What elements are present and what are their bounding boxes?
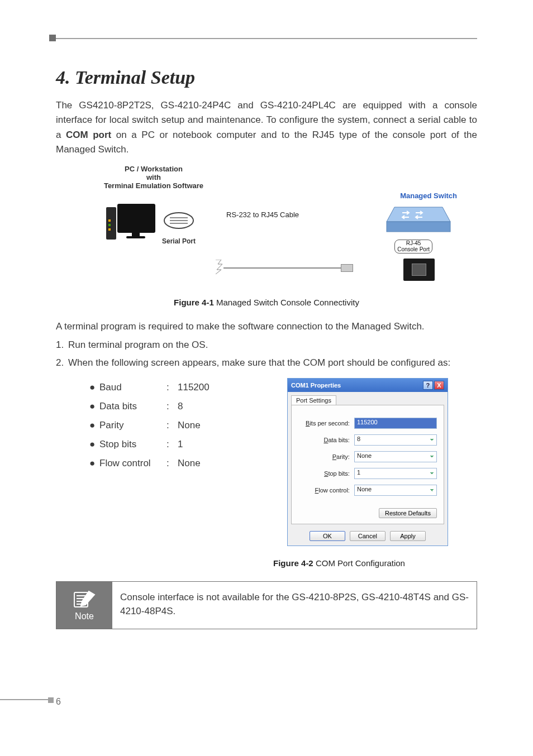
cancel-button[interactable]: Cancel (350, 531, 386, 541)
ok-button[interactable]: OK (310, 531, 345, 541)
rj45-port-icon (403, 259, 435, 281)
stop-bits-label: Stop bits: (298, 470, 354, 477)
figure-4-1-number: Figure 4-1 (174, 298, 214, 307)
pc-label: PC / Workstation with Terminal Emulation… (101, 165, 207, 190)
pc-workstation-icon (101, 204, 156, 247)
step-1-text: Run terminal program on the OS. (68, 339, 208, 350)
tab-port-settings[interactable]: Port Settings (291, 395, 336, 405)
note-label: Note (75, 611, 94, 621)
parity-select[interactable]: None (354, 451, 437, 462)
settings-columns: ●Baud:115200 ●Data bits:8 ●Parity:None ●… (56, 378, 477, 546)
note-text: Console interface is not available for t… (112, 582, 477, 629)
page-number: 6 (56, 697, 61, 707)
apply-button[interactable]: Apply (390, 531, 426, 541)
footer-square-icon (48, 697, 54, 703)
svg-rect-2 (387, 222, 450, 232)
flow-control-label: Flow control: (298, 487, 354, 494)
setting-stop-bits: ●Stop bits:1 (89, 435, 258, 454)
header-square-icon (49, 35, 56, 41)
cable-break-icon (216, 260, 223, 274)
field-stop-bits: Stop bits: 1 (298, 468, 437, 479)
figure-4-2-number: Figure 4-2 (273, 558, 313, 568)
figure-4-2-caption: Figure 4-2 COM Port Configuration (56, 558, 477, 568)
pc-label-line2: with (101, 173, 207, 181)
dialog-titlebar: COM1 Properties ? X (288, 379, 448, 392)
step-1: 1.Run terminal program on the OS. (56, 338, 477, 352)
cable-label: RS-232 to RJ45 Cable (226, 210, 299, 219)
stop-bits-select[interactable]: 1 (354, 468, 437, 479)
bps-select[interactable]: 115200 (354, 418, 437, 429)
setting-parity: ●Parity:None (89, 416, 258, 435)
step-1-number: 1. (56, 338, 68, 352)
step-2-number: 2. (56, 356, 68, 370)
section-heading: 4. Terminal Setup (56, 67, 477, 88)
page: 4. Terminal Setup The GS4210-8P2T2S, GS-… (0, 0, 533, 756)
setting-data-bits: ●Data bits:8 (89, 397, 258, 416)
restore-row: Restore Defaults (298, 508, 437, 518)
terminal-program-paragraph: A terminal program is required to make t… (56, 319, 477, 334)
com1-properties-dialog: COM1 Properties ? X Port Settings Bits p… (287, 378, 448, 546)
serial-port-label: Serial Port (162, 237, 196, 245)
dialog-title: COM1 Properties (291, 382, 422, 389)
note-icon (72, 589, 97, 609)
rj45-port-label: RJ-45 Console Port (394, 240, 432, 253)
close-button[interactable]: X (434, 381, 444, 390)
data-bits-label: Data bits: (298, 437, 354, 443)
settings-list-column: ●Baud:115200 ●Data bits:8 ●Parity:None ●… (56, 378, 258, 546)
pc-label-line1: PC / Workstation (101, 165, 207, 173)
serial-connector-icon (162, 207, 201, 235)
svg-marker-1 (387, 207, 450, 222)
figure-4-2-text: COM Port Configuration (313, 558, 405, 568)
figure-4-1-text: Managed Switch Console Connectivity (214, 298, 359, 307)
help-button[interactable]: ? (423, 381, 433, 390)
setting-flow-control: ●Flow control:None (89, 454, 258, 473)
intro-text-post: on a PC or notebook computer and to the … (56, 130, 477, 155)
parity-label: Parity: (298, 453, 354, 460)
header-rule (49, 38, 477, 39)
data-bits-select[interactable]: 8 (354, 434, 437, 446)
dialog-column: COM1 Properties ? X Port Settings Bits p… (258, 378, 477, 546)
rj45-line2: Console Port (397, 247, 430, 253)
pc-label-line3: Terminal Emulation Software (101, 181, 207, 190)
restore-defaults-button[interactable]: Restore Defaults (379, 508, 437, 518)
dialog-tabs: Port Settings (288, 392, 448, 405)
bps-label: Bits per second: (298, 420, 354, 427)
note-box: Note Console interface is not available … (56, 581, 477, 629)
field-data-bits: Data bits: 8 (298, 434, 437, 446)
field-bits-per-second: Bits per second: 115200 (298, 418, 437, 429)
note-icon-panel: Note (56, 582, 112, 629)
setting-baud: ●Baud:115200 (89, 378, 258, 397)
dialog-buttons: OK Cancel Apply (288, 528, 448, 546)
dialog-body: Bits per second: 115200 Data bits: 8 Par… (291, 405, 444, 524)
managed-switch-label: Managed Switch (400, 192, 457, 200)
intro-paragraph: The GS4210-8P2T2S, GS-4210-24P4C and GS-… (56, 98, 477, 157)
step-2: 2.When the following screen appears, mak… (56, 356, 477, 370)
footer-rule (0, 699, 49, 700)
cable-plug-icon (341, 264, 353, 272)
cable-line (223, 267, 345, 269)
field-flow-control: Flow control: None (298, 485, 437, 496)
intro-bold: COM port (66, 130, 111, 140)
managed-switch-icon (382, 204, 455, 237)
figure-4-1-caption: Figure 4-1 Managed Switch Console Connec… (56, 298, 477, 307)
settings-list: ●Baud:115200 ●Data bits:8 ●Parity:None ●… (89, 378, 258, 473)
flow-control-select[interactable]: None (354, 485, 437, 496)
field-parity: Parity: None (298, 451, 437, 462)
connectivity-diagram: PC / Workstation with Terminal Emulation… (56, 165, 477, 282)
step-2-text: When the following screen appears, make … (68, 357, 450, 368)
